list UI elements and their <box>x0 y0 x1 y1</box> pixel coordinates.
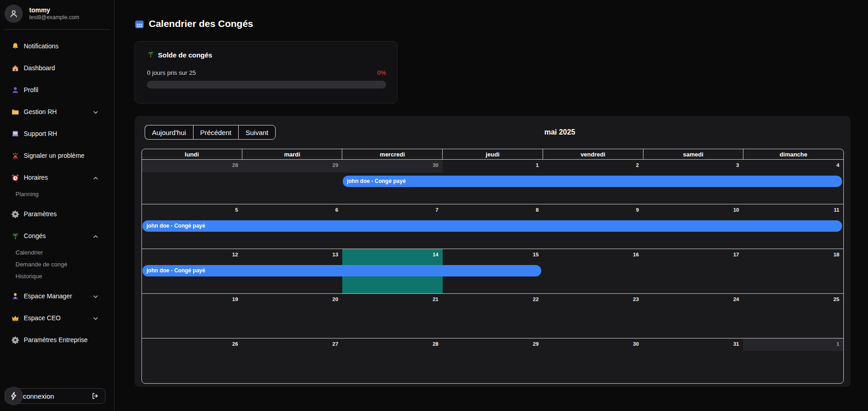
lightning-fab-button[interactable] <box>5 387 23 405</box>
calendar-week-row: 567891011john doe - Congé payé <box>142 204 843 249</box>
sidebar-item-profil[interactable]: Profil <box>0 79 114 101</box>
logout-icon <box>91 392 99 400</box>
day-cell[interactable]: 28 <box>342 338 443 383</box>
today-button[interactable]: Aujourd'hui <box>145 125 193 140</box>
day-cell[interactable]: 18 <box>743 249 843 293</box>
balance-usage-text: 0 jours pris sur 25 <box>147 69 196 76</box>
day-cell[interactable]: 25 <box>743 294 843 338</box>
day-number: 1 <box>837 341 839 347</box>
sidebar-item-label: Congés <box>24 232 93 239</box>
sidebar-item-dashboard[interactable]: Dashboard <box>0 57 114 79</box>
siren-icon <box>11 151 19 160</box>
day-number: 15 <box>533 252 539 257</box>
day-number: 31 <box>733 341 739 347</box>
sidebar-submenu: Planning <box>0 188 114 200</box>
sidebar-item-label: Support RH <box>24 130 99 137</box>
sidebar-item-espace-manager[interactable]: Espace Manager <box>0 285 114 307</box>
day-number: 14 <box>433 252 439 257</box>
day-cell[interactable]: 26 <box>142 338 242 383</box>
day-cell[interactable]: 16 <box>543 249 643 293</box>
sidebar-divider <box>4 29 110 30</box>
chevron-up-icon <box>93 175 99 181</box>
next-button[interactable]: Suivant <box>238 125 276 140</box>
bell-icon <box>11 42 19 50</box>
sidebar-subitem-planning[interactable]: Planning <box>0 188 114 200</box>
day-number: 9 <box>636 207 638 213</box>
leave-balance-card: Solde de congés 0 jours pris sur 25 0% <box>135 41 397 104</box>
day-cell[interactable]: 28 <box>142 160 242 204</box>
day-cell[interactable]: 29 <box>443 338 543 383</box>
chevron-up-icon <box>93 233 99 239</box>
day-cell[interactable]: 24 <box>643 294 743 338</box>
balance-card-title: Solde de congés <box>147 51 386 59</box>
day-cell[interactable]: 19 <box>142 294 242 338</box>
sidebar-subitem-historique[interactable]: Historique <box>0 271 114 282</box>
house-icon <box>11 64 19 72</box>
day-number: 27 <box>332 341 338 347</box>
calendar-event[interactable]: john doe - Congé payé <box>343 176 842 187</box>
sidebar-item-label: Profil <box>24 86 99 94</box>
weekday-header-vendredi: vendredi <box>543 149 643 159</box>
user-name: tommy <box>29 6 79 14</box>
day-number: 17 <box>733 252 739 257</box>
calendar-event[interactable]: john doe - Congé payé <box>142 265 541 276</box>
day-cell[interactable]: 17 <box>643 249 743 293</box>
sidebar-item-signaler-un-probleme[interactable]: Signaler un problème <box>0 145 114 166</box>
day-number: 19 <box>232 297 238 302</box>
calendar-week-row: 19202122232425 <box>142 294 843 338</box>
main-content: Calendrier des Congés Solde de congés 0 … <box>115 0 868 411</box>
user-avatar-icon <box>5 5 23 23</box>
day-number: 13 <box>332 252 338 257</box>
balance-progress-bar <box>147 81 386 88</box>
day-cell[interactable]: 29 <box>242 160 343 204</box>
calendar-panel: Aujourd'hui Précédent Suivant mai 2025 l… <box>135 116 851 387</box>
day-number: 8 <box>536 207 539 213</box>
day-cell[interactable]: 1 <box>743 338 843 383</box>
folder-icon <box>11 108 19 116</box>
sidebar-item-conges[interactable]: Congés <box>0 225 114 247</box>
day-cell[interactable]: 23 <box>543 294 643 338</box>
sidebar-item-notifications[interactable]: Notifications <box>0 35 114 57</box>
sidebar-item-espace-ceo[interactable]: Espace CEO <box>0 307 114 329</box>
sidebar-item-parametres[interactable]: Paramètres <box>0 203 114 225</box>
sidebar-item-support-rh[interactable]: Support RH <box>0 123 114 145</box>
other-month-band <box>142 160 242 172</box>
day-number: 23 <box>633 297 639 302</box>
calendar-month-title: mai 2025 <box>276 128 844 136</box>
calendar-grid: lundimardimercredijeudivendredisamedidim… <box>141 149 844 384</box>
chevron-down-icon <box>93 293 99 299</box>
gear-icon <box>11 210 19 218</box>
sidebar-item-horaires[interactable]: Horaires <box>0 166 114 188</box>
day-number: 20 <box>332 297 338 302</box>
sidebar-item-parametres-entreprise[interactable]: Paramètres Entreprise <box>0 329 114 351</box>
user-email: test8@example.com <box>29 14 79 21</box>
sidebar-item-label: Paramètres Entreprise <box>24 336 99 343</box>
sidebar-subitem-calendrier[interactable]: Calendrier <box>0 247 114 259</box>
balance-title-text: Solde de congés <box>158 51 212 59</box>
day-number: 21 <box>433 297 439 302</box>
day-number: 5 <box>235 207 238 213</box>
sidebar-item-label: Signaler un problème <box>24 152 99 159</box>
sidebar-item-label: Gestion RH <box>24 108 93 115</box>
day-cell[interactable]: 31 <box>643 338 743 383</box>
page-title-text: Calendrier des Congés <box>149 18 253 29</box>
day-cell[interactable]: 21 <box>342 294 443 338</box>
prev-button[interactable]: Précédent <box>193 125 238 140</box>
day-number: 7 <box>435 207 438 213</box>
alarm-icon <box>11 173 19 182</box>
calendar-nav-buttons: Aujourd'hui Précédent Suivant <box>145 125 276 140</box>
day-cell[interactable]: 27 <box>242 338 343 383</box>
calendar-icon <box>135 19 144 29</box>
sidebar-item-label: Espace Manager <box>24 292 93 300</box>
sidebar-item-gestion-rh[interactable]: Gestion RH <box>0 101 114 123</box>
chevron-down-icon <box>93 315 99 321</box>
logout-label: Déconnexion <box>14 392 91 400</box>
day-number: 22 <box>533 297 539 302</box>
day-cell[interactable]: 22 <box>443 294 543 338</box>
day-cell[interactable]: 30 <box>543 338 643 383</box>
day-cell[interactable]: 20 <box>242 294 343 338</box>
sidebar-subitem-demande-de-conge[interactable]: Demande de congé <box>0 259 114 271</box>
day-number: 11 <box>834 207 839 213</box>
calendar-event[interactable]: john doe - Congé payé <box>142 220 842 232</box>
day-number: 26 <box>232 341 238 347</box>
